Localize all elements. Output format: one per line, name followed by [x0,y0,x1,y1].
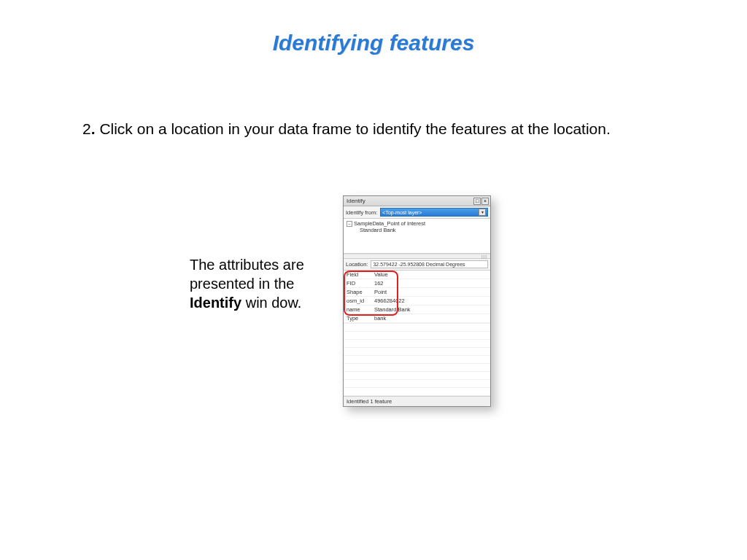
instruction-body: Click on a location in your data frame t… [99,120,610,137]
location-label: Location: [346,261,368,268]
tree-collapse-icon[interactable]: − [347,221,352,227]
empty-row [344,348,490,356]
empty-row [344,372,490,380]
table-row[interactable]: Shape Point [344,288,490,297]
empty-row [344,324,490,332]
dropdown-selected-value: <Top-most layer> [382,210,422,215]
empty-row [344,380,490,388]
attr-value: 4966284022 [371,297,490,306]
header-field: Field [344,271,371,279]
step-period: . [91,120,96,137]
feature-tree-panel: − SampleData_Point of Interest Standard … [344,219,490,254]
identify-from-row: Identify from: <Top-most layer> ▾ [344,206,490,219]
attr-value: Point [371,288,490,297]
attr-field: FID [344,279,371,288]
instruction-step: 2. Click on a location in your data fram… [82,120,611,138]
attr-value: 162 [371,279,490,288]
caption-text: The attributes are presented in the Iden… [190,255,328,312]
tree-item-parent[interactable]: − SampleData_Point of Interest [347,220,487,227]
attr-field: Type [344,314,371,323]
empty-row [344,356,490,364]
table-row[interactable]: osm_id 4966284022 [344,297,490,306]
attr-value: Standard Bank [371,306,490,314]
grip-icon: ▯▯ [481,254,487,259]
table-row[interactable]: FID 162 [344,279,490,288]
tree-item-child[interactable]: Standard Bank [347,227,487,233]
tree-child-label: Standard Bank [360,227,396,233]
empty-row [344,340,490,348]
attributes-panel: Field Value FID 162 Shape Point osm_id 4… [344,271,490,396]
empty-row [344,388,490,396]
status-text: Identified 1 feature [347,398,392,405]
window-title-buttons: □ × [473,198,489,205]
identify-window: Identify □ × Identify from: <Top-most la… [343,195,491,407]
pin-button[interactable]: □ [473,198,481,205]
status-bar: Identified 1 feature [344,396,490,406]
chevron-down-icon[interactable]: ▾ [479,209,486,216]
table-row[interactable]: name Standard Bank [344,306,490,314]
attr-value: bank [371,314,490,323]
identify-from-label: Identify from: [346,209,377,216]
close-button[interactable]: × [481,198,489,205]
table-row[interactable]: Type bank [344,314,490,323]
attributes-table: Field Value FID 162 Shape Point osm_id 4… [344,271,490,323]
attr-field: osm_id [344,297,371,306]
caption-prefix: The attributes are presented in the [190,257,304,292]
identify-from-dropdown[interactable]: <Top-most layer> ▾ [380,208,488,217]
empty-row [344,364,490,372]
tree-parent-label: SampleData_Point of Interest [354,220,425,227]
window-titlebar[interactable]: Identify □ × [344,196,490,206]
caption-suffix: win dow. [241,295,301,311]
header-value: Value [371,271,490,279]
attr-field: name [344,306,371,314]
empty-row [344,332,490,340]
splitter-grip[interactable]: ▯▯ [344,254,490,259]
location-value-field[interactable]: 32.579422 -25.952808 Decimal Degrees [371,260,488,268]
window-title: Identify [347,198,365,204]
step-number: 2 [82,120,91,137]
slide-title: Identifying features [0,0,747,55]
table-header-row: Field Value [344,271,490,279]
caption-bold: Identify [190,295,241,311]
empty-rows [344,323,490,396]
attr-field: Shape [344,288,371,297]
location-row: Location: 32.579422 -25.952808 Decimal D… [344,259,490,271]
